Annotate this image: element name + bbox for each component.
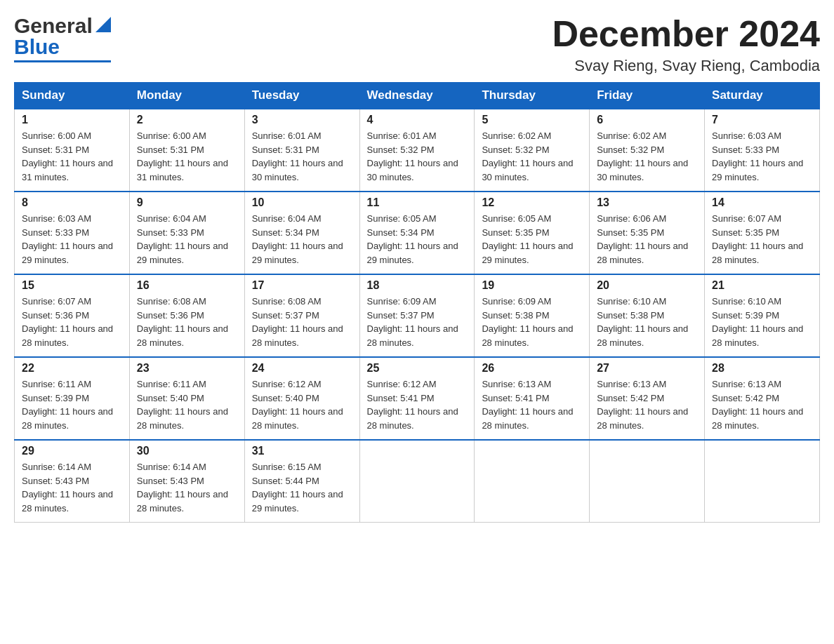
- svg-marker-0: [95, 17, 111, 32]
- day-number: 19: [482, 279, 582, 292]
- calendar-cell: [359, 440, 475, 523]
- weekday-header-sunday: Sunday: [15, 83, 130, 109]
- day-info: Sunrise: 6:12 AMSunset: 5:40 PMDaylight:…: [252, 377, 352, 432]
- calendar-cell: 7Sunrise: 6:03 AMSunset: 5:33 PMDaylight…: [705, 109, 820, 192]
- day-info: Sunrise: 6:07 AMSunset: 5:35 PMDaylight:…: [712, 212, 812, 267]
- day-number: 26: [482, 362, 582, 375]
- day-info: Sunrise: 6:08 AMSunset: 5:36 PMDaylight:…: [137, 295, 237, 349]
- day-number: 28: [712, 362, 812, 375]
- calendar-cell: 23Sunrise: 6:11 AMSunset: 5:40 PMDayligh…: [129, 357, 244, 440]
- weekday-header-saturday: Saturday: [705, 83, 820, 109]
- weekday-header-wednesday: Wednesday: [359, 83, 475, 109]
- day-number: 18: [367, 279, 468, 292]
- day-number: 15: [22, 279, 122, 292]
- day-info: Sunrise: 6:01 AMSunset: 5:31 PMDaylight:…: [252, 129, 352, 184]
- day-info: Sunrise: 6:05 AMSunset: 5:35 PMDaylight:…: [482, 212, 582, 267]
- day-number: 17: [252, 279, 352, 292]
- calendar-cell: 25Sunrise: 6:12 AMSunset: 5:41 PMDayligh…: [359, 357, 475, 440]
- day-number: 25: [367, 362, 468, 375]
- calendar-week-1: 1Sunrise: 6:00 AMSunset: 5:31 PMDaylight…: [15, 109, 820, 192]
- day-info: Sunrise: 6:10 AMSunset: 5:38 PMDaylight:…: [597, 295, 697, 349]
- calendar-cell: 10Sunrise: 6:04 AMSunset: 5:34 PMDayligh…: [244, 192, 359, 274]
- calendar-cell: 8Sunrise: 6:03 AMSunset: 5:33 PMDaylight…: [15, 192, 130, 274]
- day-number: 14: [712, 196, 812, 209]
- title-section: December 2024 Svay Rieng, Svay Rieng, Ca…: [552, 14, 820, 75]
- day-number: 4: [367, 114, 468, 126]
- day-number: 11: [367, 196, 468, 209]
- calendar-cell: 14Sunrise: 6:07 AMSunset: 5:35 PMDayligh…: [705, 192, 820, 274]
- logo-general-text: General: [14, 14, 93, 38]
- logo-triangle-icon: [95, 17, 111, 32]
- day-number: 3: [252, 114, 352, 126]
- day-number: 1: [22, 114, 122, 126]
- calendar-cell: 22Sunrise: 6:11 AMSunset: 5:39 PMDayligh…: [15, 357, 130, 440]
- day-info: Sunrise: 6:11 AMSunset: 5:40 PMDaylight:…: [137, 377, 237, 432]
- day-info: Sunrise: 6:13 AMSunset: 5:41 PMDaylight:…: [482, 377, 582, 432]
- day-number: 6: [597, 114, 697, 126]
- calendar-week-2: 8Sunrise: 6:03 AMSunset: 5:33 PMDaylight…: [15, 192, 820, 274]
- day-info: Sunrise: 6:14 AMSunset: 5:43 PMDaylight:…: [137, 460, 237, 515]
- day-info: Sunrise: 6:00 AMSunset: 5:31 PMDaylight:…: [22, 129, 122, 184]
- calendar-cell: 21Sunrise: 6:10 AMSunset: 5:39 PMDayligh…: [705, 274, 820, 357]
- day-info: Sunrise: 6:15 AMSunset: 5:44 PMDaylight:…: [252, 460, 352, 515]
- calendar-cell: 13Sunrise: 6:06 AMSunset: 5:35 PMDayligh…: [590, 192, 705, 274]
- day-info: Sunrise: 6:02 AMSunset: 5:32 PMDaylight:…: [597, 129, 697, 184]
- calendar-cell: 5Sunrise: 6:02 AMSunset: 5:32 PMDaylight…: [475, 109, 590, 192]
- day-number: 5: [482, 114, 582, 126]
- calendar-cell: 19Sunrise: 6:09 AMSunset: 5:38 PMDayligh…: [475, 274, 590, 357]
- calendar-week-5: 29Sunrise: 6:14 AMSunset: 5:43 PMDayligh…: [15, 440, 820, 523]
- day-number: 23: [137, 362, 237, 375]
- day-number: 16: [137, 279, 237, 292]
- day-number: 27: [597, 362, 697, 375]
- calendar-cell: 6Sunrise: 6:02 AMSunset: 5:32 PMDaylight…: [590, 109, 705, 192]
- calendar-table: SundayMondayTuesdayWednesdayThursdayFrid…: [14, 82, 820, 523]
- calendar-cell: 15Sunrise: 6:07 AMSunset: 5:36 PMDayligh…: [15, 274, 130, 357]
- day-number: 7: [712, 114, 812, 126]
- calendar-cell: 11Sunrise: 6:05 AMSunset: 5:34 PMDayligh…: [359, 192, 475, 274]
- day-number: 8: [22, 196, 122, 209]
- logo: General Blue: [14, 14, 111, 62]
- page-header: General Blue December 2024 Svay Rieng, S…: [14, 14, 820, 75]
- day-info: Sunrise: 6:07 AMSunset: 5:36 PMDaylight:…: [22, 295, 122, 349]
- calendar-cell: 1Sunrise: 6:00 AMSunset: 5:31 PMDaylight…: [15, 109, 130, 192]
- day-number: 20: [597, 279, 697, 292]
- calendar-cell: 31Sunrise: 6:15 AMSunset: 5:44 PMDayligh…: [244, 440, 359, 523]
- calendar-cell: 30Sunrise: 6:14 AMSunset: 5:43 PMDayligh…: [129, 440, 244, 523]
- calendar-cell: 2Sunrise: 6:00 AMSunset: 5:31 PMDaylight…: [129, 109, 244, 192]
- day-info: Sunrise: 6:09 AMSunset: 5:38 PMDaylight:…: [482, 295, 582, 349]
- location-text: Svay Rieng, Svay Rieng, Cambodia: [552, 57, 820, 75]
- day-info: Sunrise: 6:03 AMSunset: 5:33 PMDaylight:…: [712, 129, 812, 184]
- calendar-cell: 9Sunrise: 6:04 AMSunset: 5:33 PMDaylight…: [129, 192, 244, 274]
- day-number: 10: [252, 196, 352, 209]
- day-number: 31: [252, 445, 352, 457]
- calendar-week-3: 15Sunrise: 6:07 AMSunset: 5:36 PMDayligh…: [15, 274, 820, 357]
- day-info: Sunrise: 6:14 AMSunset: 5:43 PMDaylight:…: [22, 460, 122, 515]
- logo-underline: [14, 60, 111, 62]
- month-title: December 2024: [552, 14, 820, 54]
- weekday-header-row: SundayMondayTuesdayWednesdayThursdayFrid…: [15, 83, 820, 109]
- calendar-week-4: 22Sunrise: 6:11 AMSunset: 5:39 PMDayligh…: [15, 357, 820, 440]
- day-info: Sunrise: 6:03 AMSunset: 5:33 PMDaylight:…: [22, 212, 122, 267]
- weekday-header-tuesday: Tuesday: [244, 83, 359, 109]
- weekday-header-friday: Friday: [590, 83, 705, 109]
- day-number: 24: [252, 362, 352, 375]
- calendar-cell: 16Sunrise: 6:08 AMSunset: 5:36 PMDayligh…: [129, 274, 244, 357]
- calendar-cell: 27Sunrise: 6:13 AMSunset: 5:42 PMDayligh…: [590, 357, 705, 440]
- day-number: 30: [137, 445, 237, 457]
- day-number: 29: [22, 445, 122, 457]
- day-info: Sunrise: 6:09 AMSunset: 5:37 PMDaylight:…: [367, 295, 468, 349]
- calendar-cell: 28Sunrise: 6:13 AMSunset: 5:42 PMDayligh…: [705, 357, 820, 440]
- calendar-cell: 4Sunrise: 6:01 AMSunset: 5:32 PMDaylight…: [359, 109, 475, 192]
- calendar-cell: [705, 440, 820, 523]
- calendar-cell: [475, 440, 590, 523]
- day-number: 2: [137, 114, 237, 126]
- day-number: 22: [22, 362, 122, 375]
- calendar-cell: [590, 440, 705, 523]
- logo-blue-text: Blue: [14, 35, 60, 59]
- calendar-cell: 29Sunrise: 6:14 AMSunset: 5:43 PMDayligh…: [15, 440, 130, 523]
- day-info: Sunrise: 6:02 AMSunset: 5:32 PMDaylight:…: [482, 129, 582, 184]
- calendar-cell: 20Sunrise: 6:10 AMSunset: 5:38 PMDayligh…: [590, 274, 705, 357]
- day-info: Sunrise: 6:12 AMSunset: 5:41 PMDaylight:…: [367, 377, 468, 432]
- day-info: Sunrise: 6:08 AMSunset: 5:37 PMDaylight:…: [252, 295, 352, 349]
- day-info: Sunrise: 6:00 AMSunset: 5:31 PMDaylight:…: [137, 129, 237, 184]
